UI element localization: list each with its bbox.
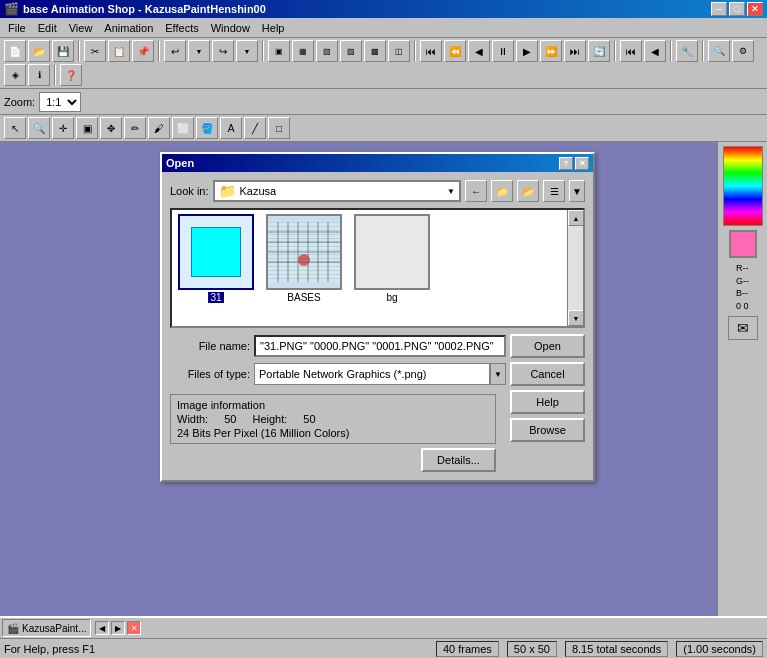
start-frame-btn[interactable]: ⏮ [620,40,642,62]
minimize-button[interactable]: ─ [711,2,727,16]
play4-btn[interactable]: ⏸ [492,40,514,62]
file-thumb-bg [354,214,430,290]
prev-frame-btn[interactable]: ◀ [644,40,666,62]
help-text: For Help, press F1 [4,643,428,655]
pencil-tool[interactable]: ✏ [124,117,146,139]
dialog-title-text: Open [166,157,194,169]
open-button[interactable]: Open [510,334,585,358]
help-button[interactable]: Help [510,390,585,414]
file-item-31[interactable]: 31 [176,214,256,322]
maximize-button[interactable]: □ [729,2,745,16]
redo-button[interactable]: ↪ [212,40,234,62]
mail-icon[interactable]: ✉ [728,316,758,340]
paste-button[interactable]: 📌 [132,40,154,62]
scrollbar-track[interactable] [568,226,583,310]
crosshair-tool[interactable]: ✛ [52,117,74,139]
play2-btn[interactable]: ⏪ [444,40,466,62]
folder-icon: 📁 [219,183,236,199]
frame1-btn[interactable]: ▣ [268,40,290,62]
file-name-input[interactable] [254,335,506,357]
cut-button[interactable]: ✂ [84,40,106,62]
image-info-box: Image information Width: 50 Height: 50 2… [170,394,496,444]
menu-help[interactable]: Help [256,20,291,36]
menu-edit[interactable]: Edit [32,20,63,36]
fill-tool[interactable]: 🪣 [196,117,218,139]
extra-btn[interactable]: ◈ [4,64,26,86]
play3-btn[interactable]: ◀ [468,40,490,62]
text-tool[interactable]: A [220,117,242,139]
settings-btn[interactable]: ⚙ [732,40,754,62]
play6-btn[interactable]: ⏩ [540,40,562,62]
browse-button[interactable]: Browse [510,418,585,442]
taskbar-btn1[interactable]: ◀ [95,621,109,635]
frame5-btn[interactable]: ▩ [364,40,386,62]
zoom-toolbar: Zoom: 1:1 2:1 [0,89,767,115]
look-in-combo[interactable]: 📁 Kazusa ▼ [213,180,461,202]
dialog-close-btn[interactable]: ✕ [575,157,589,170]
dialog-help-btn[interactable]: ? [559,157,573,170]
nav-back-btn[interactable]: ← [465,180,487,202]
open-button[interactable]: 📂 [28,40,50,62]
play1-btn[interactable]: ⏮ [420,40,442,62]
loop-btn[interactable]: 🔄 [588,40,610,62]
frame6-btn[interactable]: ◫ [388,40,410,62]
zoom-combo[interactable]: 1:1 2:1 [39,92,81,112]
help-btn2[interactable]: ❓ [60,64,82,86]
select-tool[interactable]: ▣ [76,117,98,139]
color-spectrum[interactable] [723,146,763,226]
bases-thumbnail [268,222,340,282]
rgb-b: B-- [736,287,749,300]
files-of-type-row: Files of type: Portable Network Graphics… [170,362,585,386]
menu-window[interactable]: Window [205,20,256,36]
frame2-btn[interactable]: ▦ [292,40,314,62]
files-of-type-combo[interactable]: Portable Network Graphics (*.png) [254,363,490,385]
line-tool[interactable]: ╱ [244,117,266,139]
frame3-btn[interactable]: ▧ [316,40,338,62]
menu-view[interactable]: View [63,20,99,36]
menu-effects[interactable]: Effects [159,20,204,36]
frame4-btn[interactable]: ▨ [340,40,362,62]
nav-view-btn[interactable]: ☰ [543,180,565,202]
undo-arrow[interactable]: ▼ [188,40,210,62]
nav-up-btn[interactable]: 📁 [491,180,513,202]
taskbar: 🎬 KazusaPaint... ◀ ▶ ✕ [0,616,767,638]
undo-button[interactable]: ↩ [164,40,186,62]
move-tool[interactable]: ✥ [100,117,122,139]
files-of-type-arrow[interactable]: ▼ [490,363,506,385]
redo-arrow[interactable]: ▼ [236,40,258,62]
menu-animation[interactable]: Animation [98,20,159,36]
arrow-tool[interactable]: ↖ [4,117,26,139]
eraser-tool[interactable]: ⬜ [172,117,194,139]
play5-btn[interactable]: ▶ [516,40,538,62]
details-button[interactable]: Details... [421,448,496,472]
search-btn[interactable]: 🔍 [708,40,730,62]
info-btn[interactable]: ℹ [28,64,50,86]
taskbar-item-main[interactable]: 🎬 KazusaPaint... [2,619,91,637]
menu-file[interactable]: File [2,20,32,36]
rect-tool[interactable]: □ [268,117,290,139]
zoom-label: Zoom: [4,96,35,108]
frames-status: 40 frames [436,641,499,657]
nav-new-btn[interactable]: 📂 [517,180,539,202]
color-swatch[interactable] [729,230,757,258]
file-item-bases[interactable]: BASES [264,214,344,322]
taskbar-btn2[interactable]: ▶ [111,621,125,635]
close-button[interactable]: ✕ [747,2,763,16]
taskbar-close-btn[interactable]: ✕ [127,621,141,635]
play7-btn[interactable]: ⏭ [564,40,586,62]
dialog-title-bar: Open ? ✕ [162,154,593,172]
zoom-tool[interactable]: 🔍 [28,117,50,139]
nav-arrow-btn[interactable]: ▼ [569,180,585,202]
save-button[interactable]: 💾 [52,40,74,62]
status-bar: For Help, press F1 40 frames 50 x 50 8.1… [0,638,767,658]
brush-tool[interactable]: 🖌 [148,117,170,139]
file-item-bg[interactable]: bg [352,214,432,322]
look-in-label: Look in: [170,185,209,197]
scroll-down-btn[interactable]: ▼ [568,310,584,326]
new-button[interactable]: 📄 [4,40,26,62]
file-thumb-31 [178,214,254,290]
various-btn[interactable]: 🔧 [676,40,698,62]
copy-button[interactable]: 📋 [108,40,130,62]
scroll-up-btn[interactable]: ▲ [568,210,584,226]
cancel-button[interactable]: Cancel [510,362,585,386]
